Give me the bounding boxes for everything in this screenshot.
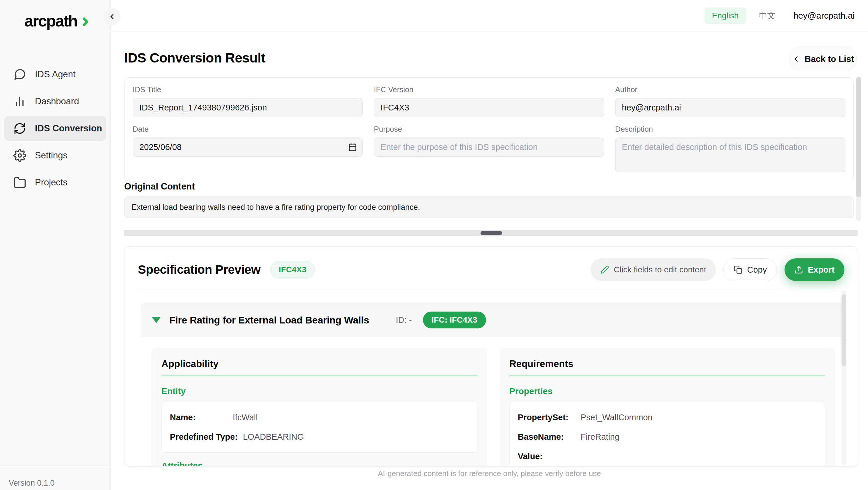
ids-title-input[interactable] bbox=[133, 98, 363, 117]
ids-metadata-card: IDS Title IFC Version Author Date Purpos… bbox=[124, 77, 854, 182]
language-chinese-button[interactable]: 中文 bbox=[759, 10, 775, 21]
sidebar-item-projects[interactable]: Projects bbox=[4, 170, 106, 195]
back-to-list-button[interactable]: Back to List bbox=[789, 46, 857, 71]
sidebar-item-ids-conversion[interactable]: IDS Conversion bbox=[4, 116, 106, 141]
purpose-label: Purpose bbox=[374, 125, 604, 134]
bar-chart-icon bbox=[13, 95, 26, 108]
topbar: English 中文 hey@arcpath.ai bbox=[111, 0, 868, 31]
purpose-field: Purpose bbox=[374, 125, 604, 173]
top-panel-scrollbar-thumb[interactable] bbox=[856, 77, 861, 197]
author-label: Author bbox=[615, 85, 845, 94]
property-key: Value: bbox=[518, 452, 576, 461]
sidebar-item-dashboard[interactable]: Dashboard bbox=[4, 89, 106, 114]
property-key: BaseName: bbox=[518, 432, 576, 442]
entity-row: Name: IfcWall bbox=[170, 413, 469, 422]
ifc-version-badge: IFC4X3 bbox=[270, 261, 315, 279]
attributes-heading: Attributes bbox=[161, 461, 477, 466]
copy-icon bbox=[734, 265, 742, 274]
export-label: Export bbox=[808, 265, 835, 275]
ids-title-label: IDS Title bbox=[133, 85, 363, 94]
date-label: Date bbox=[133, 125, 363, 134]
date-field: Date bbox=[133, 125, 363, 173]
section-divider bbox=[509, 375, 825, 377]
export-button[interactable]: Export bbox=[784, 258, 844, 281]
ifc-version-input[interactable] bbox=[374, 98, 604, 117]
property-key: PropertySet: bbox=[518, 413, 576, 422]
edit-hint-pill: Click fields to edit content bbox=[590, 258, 716, 281]
requirements-panel: Requirements Properties PropertySet: Pse… bbox=[499, 348, 835, 466]
entity-heading: Entity bbox=[161, 386, 477, 396]
sync-icon bbox=[13, 122, 26, 135]
split-resizer-handle[interactable] bbox=[480, 231, 502, 235]
sidebar-item-label: Dashboard bbox=[35, 96, 79, 107]
author-field: Author bbox=[615, 85, 845, 117]
description-label: Description bbox=[615, 125, 845, 134]
properties-heading: Properties bbox=[509, 386, 825, 396]
specification-preview-card: Specification Preview IFC4X3 Click field… bbox=[124, 247, 858, 466]
chevron-left-icon bbox=[792, 55, 801, 63]
chevron-left-icon bbox=[108, 12, 116, 21]
brand-chevron-icon bbox=[80, 16, 92, 28]
app-version: Version 0.1.0 bbox=[9, 479, 55, 487]
properties-card: PropertySet: Pset_WallCommon BaseName: F… bbox=[509, 402, 825, 466]
purpose-input[interactable] bbox=[374, 137, 604, 157]
requirements-title: Requirements bbox=[509, 358, 825, 369]
specification-ifc-badge: IFC: IFC4X3 bbox=[423, 312, 486, 328]
sidebar-nav: IDS Agent Dashboard IDS Conversion Setti… bbox=[4, 62, 106, 195]
user-email[interactable]: hey@arcpath.ai bbox=[793, 11, 855, 21]
folder-icon bbox=[13, 176, 26, 189]
entity-row: Predefined Type: LOADBEARING bbox=[170, 432, 469, 442]
property-row: BaseName: FireRating bbox=[518, 432, 817, 442]
language-english-button[interactable]: English bbox=[705, 7, 746, 24]
description-textarea[interactable] bbox=[615, 137, 845, 172]
specification-item: Fire Rating for External Load Bearing Wa… bbox=[141, 303, 844, 466]
brand-logo-text: arcpath bbox=[25, 12, 77, 30]
sidebar-footer: Version 0.1.0 bbox=[0, 466, 110, 490]
pencil-icon bbox=[600, 265, 609, 274]
specification-name: Fire Rating for External Load Bearing Wa… bbox=[169, 315, 369, 326]
property-row: PropertySet: Pset_WallCommon bbox=[518, 413, 817, 422]
calendar-icon[interactable] bbox=[348, 143, 357, 152]
property-value[interactable]: Pset_WallCommon bbox=[581, 413, 652, 422]
preview-header: Specification Preview IFC4X3 Click field… bbox=[124, 247, 858, 290]
entity-value[interactable]: IfcWall bbox=[233, 413, 258, 422]
entity-key: Name: bbox=[170, 413, 227, 422]
gear-icon bbox=[13, 149, 26, 162]
entity-value[interactable]: LOADBEARING bbox=[243, 432, 304, 442]
back-to-list-label: Back to List bbox=[805, 54, 854, 64]
author-input[interactable] bbox=[615, 98, 845, 117]
description-field: Description bbox=[615, 125, 845, 173]
copy-label: Copy bbox=[747, 265, 767, 275]
original-content-text: External load bearing walls need to have… bbox=[131, 203, 420, 212]
preview-title: Specification Preview bbox=[138, 263, 260, 277]
sidebar: arcpath IDS Agent Dashboard IDS Conversi… bbox=[0, 0, 111, 490]
ids-title-field: IDS Title bbox=[133, 85, 363, 117]
copy-button[interactable]: Copy bbox=[723, 258, 777, 281]
sidebar-item-label: IDS Conversion bbox=[35, 123, 102, 134]
entity-key: Predefined Type: bbox=[170, 432, 238, 442]
property-value[interactable]: FireRating bbox=[581, 432, 620, 442]
ifc-version-label: IFC Version bbox=[374, 85, 604, 94]
ifc-version-field: IFC Version bbox=[374, 85, 604, 117]
sidebar-item-label: Settings bbox=[35, 150, 67, 161]
original-content-heading: Original Content bbox=[124, 182, 195, 192]
date-input[interactable] bbox=[133, 137, 363, 157]
collapse-triangle-icon[interactable] bbox=[152, 317, 161, 323]
property-row: Value: bbox=[518, 452, 817, 461]
sidebar-item-label: IDS Agent bbox=[35, 69, 75, 79]
sidebar-item-label: Projects bbox=[35, 177, 67, 188]
sidebar-collapse-button[interactable] bbox=[103, 8, 120, 25]
sidebar-item-ids-agent[interactable]: IDS Agent bbox=[4, 62, 106, 87]
preview-divider bbox=[138, 290, 844, 290]
ai-disclaimer: AI-generated content is for reference on… bbox=[111, 469, 868, 478]
edit-hint-label: Click fields to edit content bbox=[614, 265, 706, 274]
brand-logo[interactable]: arcpath bbox=[25, 12, 92, 30]
preview-scrollbar-thumb[interactable] bbox=[841, 294, 846, 366]
chat-icon bbox=[13, 68, 26, 81]
upload-icon bbox=[795, 265, 803, 274]
sidebar-item-settings[interactable]: Settings bbox=[4, 143, 106, 168]
section-divider bbox=[161, 375, 477, 377]
page-title: IDS Conversion Result bbox=[124, 50, 265, 66]
specification-item-header[interactable]: Fire Rating for External Load Bearing Wa… bbox=[141, 303, 844, 337]
entity-card: Name: IfcWall Predefined Type: LOADBEARI… bbox=[161, 402, 477, 453]
